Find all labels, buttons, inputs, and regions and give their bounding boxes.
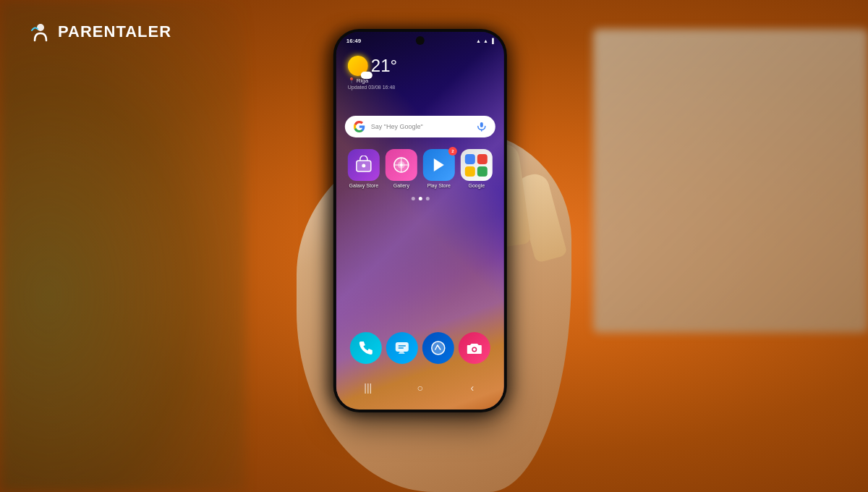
logo: PARENTALER: [29, 20, 171, 43]
sun-icon: [348, 56, 368, 76]
dot-1: [411, 197, 414, 200]
microphone-icon: [477, 122, 487, 132]
dot-2: [418, 197, 422, 200]
play-store-label: Play Store: [427, 183, 451, 188]
phone-scene: 16:49 ▲ ▲ ▐ 21° 📍 Riga: [246, 14, 622, 478]
bg-right-panel: [593, 29, 868, 333]
svg-point-0: [37, 24, 44, 31]
navigation-bar: ||| ○ ‹: [336, 373, 504, 402]
dock-camera[interactable]: [459, 332, 490, 364]
battery-icon: ▐: [490, 38, 494, 43]
camera-notch: [416, 36, 425, 45]
phone: 16:49 ▲ ▲ ▐ 21° 📍 Riga: [333, 29, 507, 412]
svg-point-3: [362, 164, 365, 168]
nav-back-icon[interactable]: ‹: [464, 379, 481, 396]
svg-point-14: [473, 348, 476, 351]
galaxy-store-icon: [348, 149, 380, 181]
search-bar[interactable]: Say "Hey Google": [345, 116, 495, 137]
svg-rect-1: [480, 122, 483, 127]
dock-samsung-pay[interactable]: [422, 332, 454, 364]
gallery-icon: [386, 149, 417, 181]
bg-left-blur: [0, 0, 246, 492]
status-time: 16:49: [346, 38, 361, 44]
galaxy-store-label: Galaxy Store: [349, 183, 378, 188]
play-store-icon: 2: [423, 149, 455, 181]
wifi-icon: ▲: [476, 38, 481, 43]
nav-recent-icon[interactable]: |||: [359, 379, 377, 396]
dock-phone[interactable]: [350, 332, 382, 364]
weather-updated: Updated 03/08 16:48: [348, 85, 493, 90]
signal-icon: ▲: [483, 38, 488, 43]
app-galaxy-store[interactable]: Galaxy Store: [348, 149, 380, 188]
dot-3: [425, 197, 429, 200]
dock-messages[interactable]: [386, 332, 418, 364]
google-label: Google: [469, 183, 485, 188]
location-pin-icon: 📍: [348, 77, 355, 84]
search-placeholder: Say "Hey Google": [371, 123, 471, 130]
cloud-icon: [361, 72, 373, 79]
play-store-badge: 2: [448, 147, 457, 156]
messages-icon: [386, 332, 418, 364]
page-dots: [336, 194, 504, 203]
samsung-pay-icon: [422, 332, 454, 364]
bottom-dock: [336, 326, 504, 370]
weather-temperature: 21°: [348, 56, 493, 76]
logo-icon: [29, 20, 52, 43]
app-gallery[interactable]: Gallery: [386, 149, 417, 188]
app-google[interactable]: Google: [461, 149, 493, 188]
svg-point-12: [432, 342, 445, 355]
status-icons: ▲ ▲ ▐: [476, 38, 494, 43]
gallery-label: Gallery: [393, 183, 409, 188]
brand-name: PARENTALER: [58, 22, 171, 41]
phone-call-icon: [350, 332, 382, 364]
svg-rect-9: [396, 342, 409, 352]
google-icon: [461, 149, 493, 181]
app-grid: Galaxy Store Gallery: [336, 143, 504, 194]
camera-app-icon: [459, 332, 490, 364]
google-g-icon: [354, 121, 365, 132]
weather-widget: 21° 📍 Riga Updated 03/08 16:48: [336, 47, 504, 94]
app-play-store[interactable]: 2 Play Store: [423, 149, 455, 188]
temperature-value: 21°: [371, 56, 397, 76]
nav-home-icon[interactable]: ○: [412, 379, 429, 396]
phone-screen: 16:49 ▲ ▲ ▐ 21° 📍 Riga: [336, 32, 504, 410]
